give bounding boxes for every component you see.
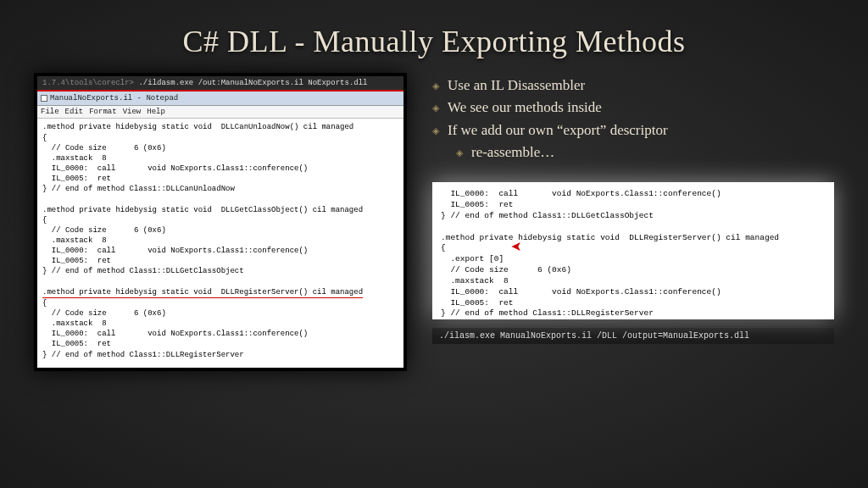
- bullet-list: Use an IL Disassembler We see our method…: [432, 75, 834, 164]
- il-code-part1: .method private hidebysig static void DL…: [42, 123, 363, 275]
- left-column: 1.7.4\tools\coreclr> ./ildasm.exe /out:M…: [34, 73, 407, 371]
- notepad-menubar: FileEditFormatViewHelp: [37, 106, 403, 119]
- bullet-3: If we add our own “export” descriptor: [432, 119, 834, 141]
- ildasm-command-bar: 1.7.4\tools\coreclr> ./ildasm.exe /out:M…: [37, 76, 403, 92]
- menu-file: File: [41, 108, 59, 116]
- red-arrow-icon: ➤: [510, 236, 521, 262]
- il-export-snippet: IL_0000: call void NoExports.Class1::con…: [432, 182, 834, 319]
- bullet-2: We see our methods inside: [432, 97, 834, 119]
- prompt-text: 1.7.4\tools\coreclr>: [42, 79, 134, 87]
- notepad-body: .method private hidebysig static void DL…: [37, 119, 403, 368]
- ilasm-command: ./ilasm.exe ManualNoExports.il /DLL /out…: [439, 331, 749, 341]
- notepad-titlebar: ManualNoExports.il - Notepad: [37, 92, 403, 106]
- menu-format: Format: [89, 108, 116, 116]
- file-icon: [41, 95, 47, 102]
- notepad-title-text: ManualNoExports.il - Notepad: [50, 94, 178, 103]
- notepad-window: 1.7.4\tools\coreclr> ./ildasm.exe /out:M…: [34, 73, 407, 371]
- menu-edit: Edit: [65, 108, 84, 116]
- menu-help: Help: [147, 108, 165, 116]
- right-column: Use an IL Disassembler We see our method…: [432, 73, 834, 371]
- slide-content: 1.7.4\tools\coreclr> ./ildasm.exe /out:M…: [0, 59, 868, 371]
- slide-title: C# DLL - Manually Exporting Methods: [0, 0, 868, 59]
- snippet-code: IL_0000: call void NoExports.Class1::con…: [441, 189, 788, 319]
- bullet-1: Use an IL Disassembler: [432, 75, 834, 97]
- bullet-3-sub: re-assemble…: [456, 141, 834, 164]
- il-code-highlighted: .method private hidebysig static void DL…: [42, 287, 363, 298]
- il-code-part2: { // Code size 6 (0x6) .maxstack 8 IL_00…: [42, 299, 308, 359]
- ildasm-command: ./ildasm.exe /out:ManualNoExports.il NoE…: [138, 79, 367, 87]
- menu-view: View: [123, 108, 142, 116]
- ilasm-command-bar: ./ilasm.exe ManualNoExports.il /DLL /out…: [432, 328, 834, 344]
